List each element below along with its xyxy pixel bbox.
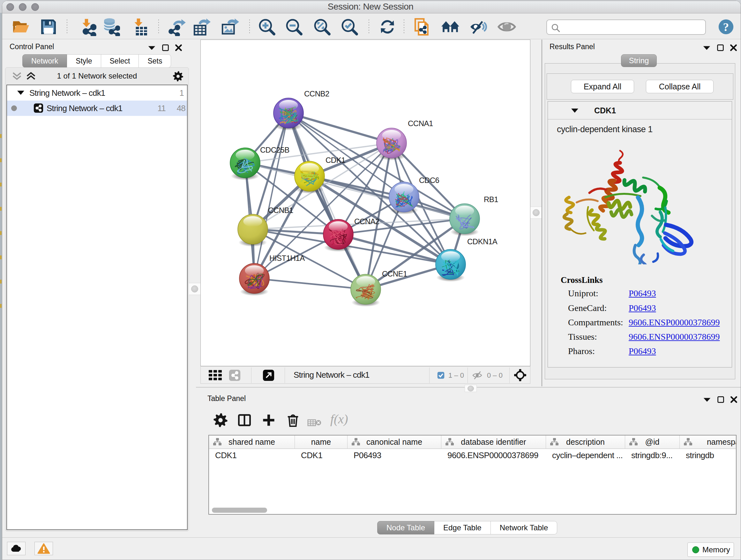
tab-network[interactable]: Network: [22, 54, 67, 68]
control-panel: Control Panel Network Style Select Sets …: [2, 40, 195, 537]
network-node-rb1[interactable]: RB1: [450, 195, 498, 236]
section-collapse-icon[interactable]: [570, 107, 579, 114]
help-icon[interactable]: ?: [718, 18, 736, 37]
import-network-file-icon[interactable]: [78, 17, 96, 36]
panel-menu-icon[interactable]: [702, 45, 711, 51]
table-cell[interactable]: CDK1: [295, 449, 347, 462]
network-node-cdkn1a[interactable]: CDKN1A: [435, 237, 497, 282]
tab-network-table[interactable]: Network Table: [491, 521, 557, 535]
results-tab-string[interactable]: String: [621, 54, 657, 67]
column-header-canonical-name[interactable]: canonical name: [347, 435, 441, 449]
column-header-shared-name[interactable]: shared name: [209, 435, 295, 449]
warning-status-button[interactable]: [35, 542, 53, 555]
export-image-file-icon[interactable]: [221, 17, 239, 36]
bottom-splitter-handle[interactable]: [465, 385, 477, 392]
apply-layout-icon[interactable]: [378, 17, 397, 36]
panel-float-icon[interactable]: [717, 44, 724, 51]
control-panel-header-icons: [147, 44, 182, 51]
network-edge[interactable]: [288, 113, 366, 289]
open-session-icon[interactable]: [11, 17, 30, 36]
open-in-new-window-icon[interactable]: [263, 369, 274, 381]
table-hscrollbar[interactable]: [212, 508, 267, 513]
crosslink-link[interactable]: P06493: [629, 288, 656, 299]
column-header-description[interactable]: description: [546, 435, 625, 449]
panel-float-icon[interactable]: [718, 396, 724, 403]
import-table-file-icon[interactable]: [130, 17, 148, 36]
zoom-selected-icon[interactable]: [340, 17, 359, 36]
memory-button[interactable]: Memory: [687, 543, 734, 557]
strip-separator: [251, 368, 252, 383]
crosslink-label: Pharos:: [568, 346, 595, 356]
clone-network-icon[interactable]: [413, 17, 432, 36]
table-row[interactable]: CDK1CDK1P064939606.ENSP00000378699cyclin…: [209, 449, 736, 462]
function-builder-icon[interactable]: f(x): [330, 412, 365, 426]
export-table-file-icon[interactable]: [193, 17, 211, 36]
save-session-icon[interactable]: [39, 17, 58, 36]
table-cell[interactable]: stringdb: [680, 449, 737, 462]
zoom-in-icon[interactable]: [258, 17, 276, 36]
birdseye-crosshair-icon[interactable]: [514, 369, 526, 381]
zoom-out-icon[interactable]: [285, 17, 303, 36]
table-delete-icon[interactable]: [286, 413, 300, 428]
strip-separator: [285, 368, 285, 383]
grid-view-icon[interactable]: [208, 370, 222, 381]
network-node-ccna2[interactable]: CCNA2: [323, 217, 380, 252]
panel-menu-icon[interactable]: [147, 45, 156, 51]
right-splitter-handle[interactable]: [530, 206, 542, 219]
table-settings-gear-icon[interactable]: [213, 413, 228, 428]
column-header-database-identifier[interactable]: database identifier: [441, 435, 546, 449]
expand-all-button[interactable]: Expand All: [571, 80, 634, 93]
zoom-fit-icon[interactable]: [313, 17, 331, 36]
network-node-hist1h1a[interactable]: HIST1H1A: [239, 254, 305, 296]
table-toolbar: f(x): [208, 407, 737, 433]
network-node-ccna1[interactable]: CCNA1: [377, 119, 433, 161]
tab-node-table[interactable]: Node Table: [377, 521, 434, 535]
network-view-icon[interactable]: [229, 369, 241, 381]
table-cell[interactable]: cyclin–dependent ...: [546, 449, 625, 462]
tab-style[interactable]: Style: [67, 54, 101, 68]
node-label: CDC25B: [260, 145, 289, 154]
show-graphics-details-icon[interactable]: [497, 17, 516, 36]
import-network-database-icon[interactable]: [102, 17, 120, 36]
hide-selected-icon[interactable]: [469, 17, 488, 36]
tab-sets[interactable]: Sets: [139, 54, 171, 68]
export-network-file-icon[interactable]: [168, 17, 186, 36]
delete-column-icon[interactable]: [307, 415, 322, 430]
table-cell[interactable]: stringdb:9...: [625, 449, 680, 462]
crosslink-link[interactable]: P06493: [629, 303, 656, 313]
network-node-cdk1[interactable]: CDK1: [294, 156, 345, 194]
column-header-name[interactable]: name: [295, 435, 347, 449]
panel-menu-icon[interactable]: [703, 396, 711, 403]
tab-edge-table[interactable]: Edge Table: [434, 521, 491, 535]
network-options-gear-icon[interactable]: [173, 71, 184, 82]
table-column-icon[interactable]: [237, 413, 252, 428]
table-cell[interactable]: P06493: [347, 449, 441, 462]
panel-float-icon[interactable]: [162, 44, 169, 51]
network-row[interactable]: String Network – cdk1 11 48: [7, 101, 187, 116]
gene-section-header[interactable]: CDK1: [548, 102, 732, 119]
crosslink-link[interactable]: 9606.ENSP00000378699: [629, 332, 720, 342]
table-cell[interactable]: 9606.ENSP00000378699: [441, 449, 546, 462]
network-collection-row[interactable]: String Network – cdk1 1: [7, 85, 187, 101]
toolbar-separator: [158, 19, 159, 35]
panel-close-icon[interactable]: [175, 44, 182, 51]
left-splitter-handle[interactable]: [189, 283, 201, 295]
panel-close-icon[interactable]: [730, 396, 738, 403]
search-input[interactable]: [546, 19, 706, 35]
warning-icon: [37, 543, 50, 554]
tab-select[interactable]: Select: [101, 54, 139, 68]
crosslink-link[interactable]: 9606.ENSP00000378699: [629, 317, 720, 327]
table-cell[interactable]: CDK1: [209, 449, 295, 462]
panel-close-icon[interactable]: [730, 44, 737, 51]
cloud-status-button[interactable]: [7, 542, 25, 555]
column-header-namespace[interactable]: namespace: [680, 435, 737, 449]
table-add-icon[interactable]: [261, 413, 276, 428]
column-type-icon: [629, 438, 638, 446]
tree-expand-icon[interactable]: [17, 90, 25, 96]
show-all-nodes-edges-icon[interactable]: [441, 17, 460, 36]
network-canvas[interactable]: CCNB2CCNA1CDC25BCDK1CDC6RB1CCNB1CCNA2CDK…: [200, 40, 530, 366]
collapse-all-button[interactable]: Collapse All: [646, 80, 714, 93]
crosslink-link[interactable]: P06493: [629, 346, 656, 356]
column-header--id[interactable]: @id: [625, 435, 680, 449]
network-node-ccnb1[interactable]: CCNB1: [238, 206, 293, 247]
